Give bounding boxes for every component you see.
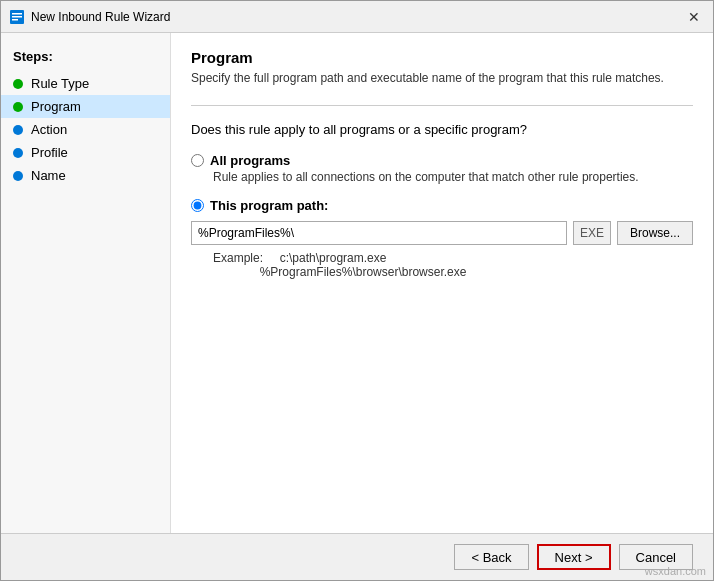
spacer [191,279,693,521]
wizard-icon [9,9,25,25]
sidebar-label-rule-type: Rule Type [31,76,89,91]
step-dot-name [13,171,23,181]
title-bar: New Inbound Rule Wizard ✕ [1,1,713,33]
step-dot-action [13,125,23,135]
sidebar-header: Steps: [1,45,170,72]
sidebar-item-program[interactable]: Program [1,95,170,118]
browse-button[interactable]: Browse... [617,221,693,245]
radio-label-all[interactable]: All programs [210,153,290,168]
sidebar-label-action: Action [31,122,67,137]
example-label: Example: [213,251,263,265]
back-button[interactable]: < Back [454,544,528,570]
exe-badge: EXE [573,221,611,245]
program-path-input[interactable] [191,221,567,245]
watermark: wsxdan.com [645,565,706,577]
question-text: Does this rule apply to all programs or … [191,122,693,137]
radio-row-all: All programs [191,153,693,168]
option-this-program: This program path: EXE Browse... Example… [191,198,693,279]
next-button[interactable]: Next > [537,544,611,570]
close-button[interactable]: ✕ [683,6,705,28]
radio-desc-all: Rule applies to all connections on the c… [213,170,693,184]
separator [191,105,693,106]
footer: < Back Next > Cancel [1,533,713,580]
radio-this-program[interactable] [191,199,204,212]
sidebar-item-rule-type[interactable]: Rule Type [1,72,170,95]
program-path-row: EXE Browse... [191,221,693,245]
example-line2: %ProgramFiles%\browser\browser.exe [260,265,467,279]
svg-rect-3 [12,19,18,21]
svg-rect-2 [12,16,22,18]
step-dot-program [13,102,23,112]
radio-row-this: This program path: [191,198,693,213]
panel-subtitle: Specify the full program path and execut… [191,70,693,87]
radio-group: All programs Rule applies to all connect… [191,153,693,279]
example-text: Example: c:\path\program.exe %ProgramFil… [213,251,693,279]
sidebar-label-name: Name [31,168,66,183]
sidebar-label-program: Program [31,99,81,114]
content-area: Steps: Rule Type Program Action Profile … [1,33,713,533]
panel-title: Program [191,49,693,66]
example-line1: c:\path\program.exe [280,251,387,265]
radio-all-programs[interactable] [191,154,204,167]
sidebar-item-action[interactable]: Action [1,118,170,141]
sidebar-item-name[interactable]: Name [1,164,170,187]
step-dot-rule-type [13,79,23,89]
option-all-programs: All programs Rule applies to all connect… [191,153,693,184]
sidebar: Steps: Rule Type Program Action Profile … [1,33,171,533]
main-panel: Program Specify the full program path an… [171,33,713,533]
sidebar-item-profile[interactable]: Profile [1,141,170,164]
radio-label-this[interactable]: This program path: [210,198,328,213]
wizard-window: New Inbound Rule Wizard ✕ Steps: Rule Ty… [0,0,714,581]
svg-rect-1 [12,13,22,15]
step-dot-profile [13,148,23,158]
title-bar-text: New Inbound Rule Wizard [31,10,683,24]
sidebar-label-profile: Profile [31,145,68,160]
